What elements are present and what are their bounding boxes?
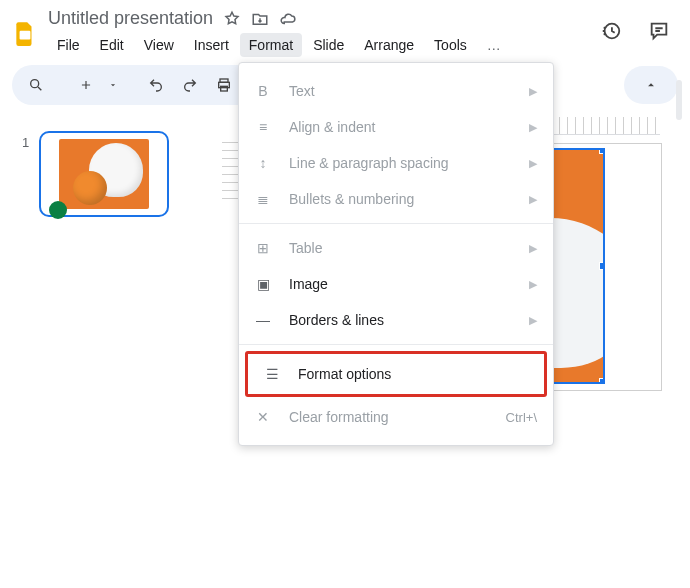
menu-item-bullets-numbering: ≣Bullets & numbering▶ (239, 181, 553, 217)
menu-item-label: Format options (298, 366, 528, 382)
menu-insert[interactable]: Insert (185, 33, 238, 57)
undo-button[interactable] (142, 71, 170, 99)
menu-item-label: Image (289, 276, 513, 292)
format-options-icon: ☰ (262, 366, 282, 382)
redo-button[interactable] (176, 71, 204, 99)
menu-item-label: Text (289, 83, 513, 99)
bold-icon: B (253, 83, 273, 99)
svg-rect-0 (20, 30, 31, 39)
submenu-arrow-icon: ▶ (529, 193, 537, 206)
doc-title[interactable]: Untitled presentation (48, 8, 213, 29)
menu-edit[interactable]: Edit (91, 33, 133, 57)
menu-item-clear-formatting: ✕Clear formattingCtrl+\ (239, 399, 553, 435)
move-icon[interactable] (251, 10, 269, 28)
submenu-arrow-icon: ▶ (529, 121, 537, 134)
slide-number: 1 (22, 135, 29, 217)
menu-item-label: Clear formatting (289, 409, 490, 425)
menu-item-format-options[interactable]: ☰Format options (248, 354, 544, 394)
submenu-arrow-icon: ▶ (529, 85, 537, 98)
menu-item-label: Line & paragraph spacing (289, 155, 513, 171)
submenu-arrow-icon: ▶ (529, 242, 537, 255)
image-icon: ▣ (253, 276, 273, 292)
print-button[interactable] (210, 71, 238, 99)
menu-item-label: Bullets & numbering (289, 191, 513, 207)
menu-file[interactable]: File (48, 33, 89, 57)
slide-thumbnail[interactable] (39, 131, 169, 217)
submenu-arrow-icon: ▶ (529, 157, 537, 170)
menu-item-text: BText▶ (239, 73, 553, 109)
shortcut-label: Ctrl+\ (506, 410, 537, 425)
clear-format-icon: ✕ (253, 409, 273, 425)
new-slide-dropdown[interactable] (106, 71, 120, 99)
line-spacing-icon: ↕ (253, 155, 273, 171)
new-slide-button[interactable] (72, 71, 100, 99)
history-icon[interactable] (600, 20, 622, 45)
table-icon: ⊞ (253, 240, 273, 256)
presence-badge (49, 201, 67, 219)
align-icon: ≡ (253, 119, 273, 135)
list-icon: ≣ (253, 191, 273, 207)
star-icon[interactable] (223, 10, 241, 28)
menu-item-label: Borders & lines (289, 312, 513, 328)
menu-view[interactable]: View (135, 33, 183, 57)
menu-arrange[interactable]: Arrange (355, 33, 423, 57)
comment-icon[interactable] (648, 20, 670, 45)
menu-item-line-paragraph-spacing: ↕Line & paragraph spacing▶ (239, 145, 553, 181)
resize-handle[interactable] (599, 262, 605, 270)
menubar: FileEditViewInsertFormatSlideArrangeTool… (48, 33, 510, 57)
submenu-arrow-icon: ▶ (529, 314, 537, 327)
cloud-status-icon[interactable] (279, 10, 297, 28)
format-menu-panel: BText▶≡Align & indent▶↕Line & paragraph … (238, 62, 554, 446)
menu-item-align-indent: ≡Align & indent▶ (239, 109, 553, 145)
tutorial-highlight: ☰Format options (245, 351, 547, 397)
collapse-toolbar-button[interactable] (624, 66, 678, 104)
filmstrip: 1 (0, 113, 210, 229)
menu-item-label: Align & indent (289, 119, 513, 135)
slides-logo[interactable] (12, 16, 38, 50)
borders-icon: — (253, 312, 273, 328)
search-menus-button[interactable] (22, 71, 50, 99)
resize-handle[interactable] (599, 148, 605, 154)
svg-point-2 (31, 80, 39, 88)
submenu-arrow-icon: ▶ (529, 278, 537, 291)
menu-item-borders-lines[interactable]: —Borders & lines▶ (239, 302, 553, 338)
menu-tools[interactable]: Tools (425, 33, 476, 57)
menu-slide[interactable]: Slide (304, 33, 353, 57)
menu-item-table: ⊞Table▶ (239, 230, 553, 266)
menu-item-image[interactable]: ▣Image▶ (239, 266, 553, 302)
resize-handle[interactable] (599, 378, 605, 384)
menu-item-label: Table (289, 240, 513, 256)
menu-format[interactable]: Format (240, 33, 302, 57)
menu-more[interactable]: … (478, 33, 510, 57)
